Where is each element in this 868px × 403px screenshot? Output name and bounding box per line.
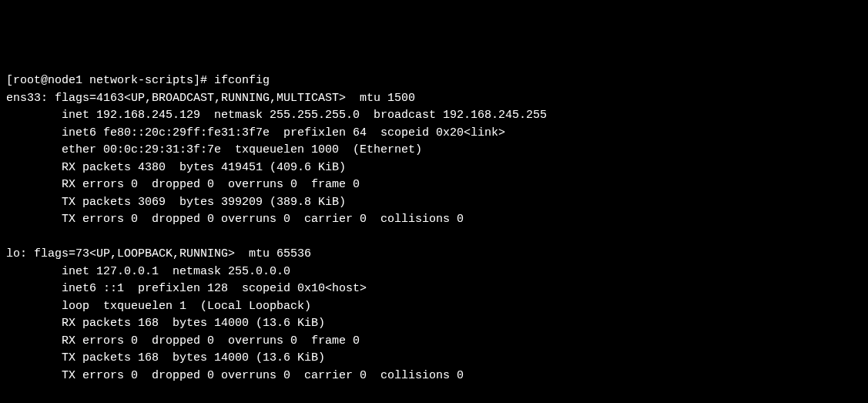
- lo-inet: inet 127.0.0.1 netmask 255.0.0.0: [6, 265, 290, 278]
- blank-line: [6, 386, 13, 399]
- ens33-inet6: inet6 fe80::20c:29ff:fe31:3f7e prefixlen…: [6, 126, 505, 139]
- interface-name: lo:: [6, 247, 27, 260]
- ens33-tx-errors: TX errors 0 dropped 0 overruns 0 carrier…: [6, 213, 464, 226]
- ens33-header: ens33: flags=4163<UP,BROADCAST,RUNNING,M…: [6, 92, 415, 105]
- ens33-inet: inet 192.168.245.129 netmask 255.255.255…: [6, 109, 547, 122]
- interface-flags: flags=73<UP,LOOPBACK,RUNNING> mtu 65536: [34, 247, 311, 260]
- lo-header: lo: flags=73<UP,LOOPBACK,RUNNING> mtu 65…: [6, 247, 311, 260]
- command-prompt-line: [root@node1 network-scripts]# ifconfig: [6, 74, 270, 87]
- ens33-ether: ether 00:0c:29:31:3f:7e txqueuelen 1000 …: [6, 143, 422, 156]
- ens33-rx-errors: RX errors 0 dropped 0 overruns 0 frame 0: [6, 178, 360, 191]
- command: ifconfig: [214, 74, 270, 87]
- lo-tx-packets: TX packets 168 bytes 14000 (13.6 KiB): [6, 351, 325, 364]
- lo-tx-errors: TX errors 0 dropped 0 overruns 0 carrier…: [6, 369, 464, 382]
- ens33-rx-packets: RX packets 4380 bytes 419451 (409.6 KiB): [6, 161, 346, 174]
- blank-line: [6, 230, 13, 243]
- interface-name: ens33:: [6, 92, 48, 105]
- lo-rx-errors: RX errors 0 dropped 0 overruns 0 frame 0: [6, 334, 360, 348]
- lo-rx-packets: RX packets 168 bytes 14000 (13.6 KiB): [6, 317, 325, 330]
- ens33-tx-packets: TX packets 3069 bytes 399209 (389.8 KiB): [6, 196, 346, 209]
- terminal-output[interactable]: [root@node1 network-scripts]# ifconfig e…: [6, 72, 862, 403]
- lo-inet6: inet6 ::1 prefixlen 128 scopeid 0x10<hos…: [6, 282, 367, 295]
- lo-loop: loop txqueuelen 1 (Local Loopback): [6, 300, 311, 313]
- interface-flags: flags=4163<UP,BROADCAST,RUNNING,MULTICAS…: [55, 92, 415, 105]
- prompt: [root@node1 network-scripts]#: [6, 74, 207, 87]
